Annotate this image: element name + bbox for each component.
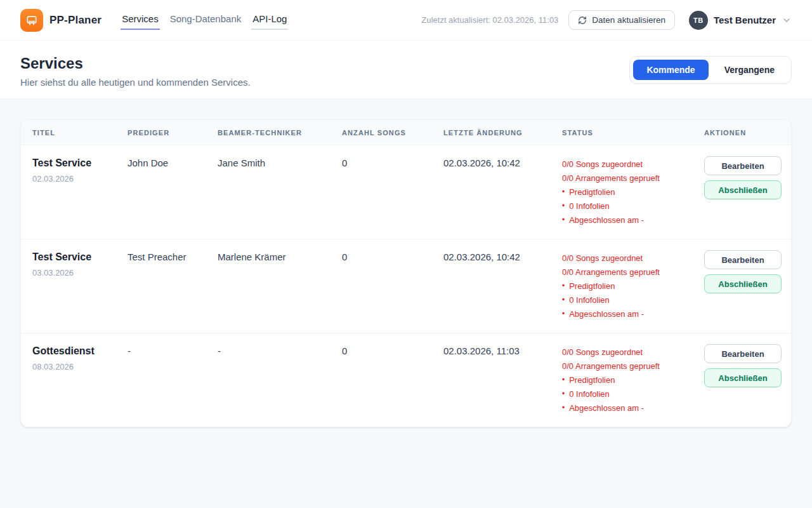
services-table-card: Titel Prediger Beamer-Techniker Anzahl S… (20, 119, 792, 427)
status-item: 0 Infofolien (562, 387, 698, 401)
abschliessen-button[interactable]: Abschließen (704, 368, 782, 387)
column-header-titel: Titel (21, 129, 128, 137)
top-bar-right: Zuletzt aktualisiert: 02.03.2026, 11:03 … (422, 10, 792, 30)
page-title: Services (20, 55, 251, 72)
service-date: 02.03.2026 (32, 174, 121, 184)
refresh-icon (578, 16, 587, 25)
app-logo (20, 9, 43, 32)
app-title: PP-Planer (49, 14, 102, 27)
status-cell: 0/0 Songs zugeordnet 0/0 Arrangements ge… (562, 333, 704, 427)
status-item: Abgeschlossen am - (562, 307, 698, 321)
filter-toggle-group: Kommende Vergangene (629, 56, 792, 84)
table-header-row: Titel Prediger Beamer-Techniker Anzahl S… (21, 120, 791, 145)
main-nav: Services Song-Datenbank API-Log (121, 11, 288, 30)
status-item: Predigtfolien (562, 185, 698, 199)
anzahl-songs-cell: 0 (342, 333, 443, 427)
column-header-anzahl-songs: Anzahl Songs (342, 129, 443, 137)
letzte-aenderung-cell: 02.03.2026, 10:42 (443, 239, 562, 333)
service-date: 03.03.2026 (32, 268, 121, 277)
nav-item-song-datenbank[interactable]: Song-Datenbank (169, 11, 243, 30)
titel-cell: Test Service 02.03.2026 (21, 145, 128, 239)
column-header-status: Status (562, 129, 704, 137)
column-header-beamer-techniker: Beamer-Techniker (218, 129, 342, 137)
aktionen-cell: Bearbeiten Abschließen (704, 333, 791, 427)
prediger-cell: Test Preacher (128, 239, 218, 333)
presentation-screen-icon (25, 14, 38, 27)
bearbeiten-button[interactable]: Bearbeiten (704, 250, 782, 269)
anzahl-songs-cell: 0 (342, 239, 443, 333)
status-item: Abgeschlossen am - (562, 213, 698, 227)
page-head-text: Services Hier siehst du alle heutigen un… (20, 53, 251, 88)
main-content: Titel Prediger Beamer-Techniker Anzahl S… (0, 99, 812, 448)
service-date: 08.03.2026 (32, 362, 121, 371)
status-songs: 0/0 Songs zugeordnet (562, 251, 698, 265)
aktionen-cell: Bearbeiten Abschließen (704, 145, 791, 239)
nav-item-api-log[interactable]: API-Log (251, 11, 288, 30)
titel-cell: Test Service 03.03.2026 (21, 239, 128, 333)
last-updated-label: Zuletzt aktualisiert: 02.03.2026, 11:03 (422, 15, 559, 25)
beamer-techniker-cell: Jane Smith (218, 145, 342, 239)
status-arrangements: 0/0 Arrangements geprueft (562, 265, 698, 279)
top-bar: PP-Planer Services Song-Datenbank API-Lo… (0, 0, 812, 41)
brand: PP-Planer (20, 9, 102, 32)
anzahl-songs-cell: 0 (342, 145, 443, 239)
status-arrangements: 0/0 Arrangements geprueft (562, 359, 698, 373)
service-title: Gottesdienst (32, 345, 121, 357)
status-item: Abgeschlossen am - (562, 401, 698, 415)
table-row: Test Service 02.03.2026 John Doe Jane Sm… (21, 145, 791, 239)
bearbeiten-button[interactable]: Bearbeiten (704, 344, 782, 363)
status-cell: 0/0 Songs zugeordnet 0/0 Arrangements ge… (562, 145, 704, 239)
chevron-down-icon (782, 15, 792, 25)
service-title: Test Service (32, 251, 121, 263)
letzte-aenderung-cell: 02.03.2026, 10:42 (443, 145, 562, 239)
status-item: Predigtfolien (562, 373, 698, 387)
table-row: Test Service 03.03.2026 Test Preacher Ma… (21, 239, 791, 333)
page-subtitle: Hier siehst du alle heutigen und kommend… (20, 77, 251, 88)
tab-vergangene[interactable]: Vergangene (711, 60, 788, 80)
status-item: Predigtfolien (562, 279, 698, 293)
status-cell: 0/0 Songs zugeordnet 0/0 Arrangements ge… (562, 239, 704, 333)
status-item: 0 Infofolien (562, 293, 698, 307)
refresh-button-label: Daten aktualisieren (592, 15, 665, 25)
abschliessen-button[interactable]: Abschließen (704, 180, 782, 199)
abschliessen-button[interactable]: Abschließen (704, 274, 782, 293)
status-arrangements: 0/0 Arrangements geprueft (562, 171, 698, 185)
beamer-techniker-cell: - (218, 333, 342, 427)
beamer-techniker-cell: Marlene Krämer (218, 239, 342, 333)
column-header-aktionen: Aktionen (704, 129, 791, 137)
column-header-letzte-aenderung: Letzte Änderung (443, 129, 562, 137)
user-name: Test Benutzer (714, 15, 776, 25)
prediger-cell: - (128, 333, 218, 427)
refresh-data-button[interactable]: Daten aktualisieren (568, 10, 675, 30)
avatar: TB (689, 11, 708, 30)
aktionen-cell: Bearbeiten Abschließen (704, 239, 791, 333)
table-row: Gottesdienst 08.03.2026 - - 0 02.03.2026… (21, 333, 791, 427)
nav-item-services[interactable]: Services (121, 11, 160, 30)
status-item: 0 Infofolien (562, 199, 698, 213)
status-songs: 0/0 Songs zugeordnet (562, 157, 698, 171)
tab-kommende[interactable]: Kommende (633, 60, 708, 80)
titel-cell: Gottesdienst 08.03.2026 (21, 333, 128, 427)
prediger-cell: John Doe (128, 145, 218, 239)
bearbeiten-button[interactable]: Bearbeiten (704, 156, 782, 175)
letzte-aenderung-cell: 02.03.2026, 11:03 (443, 333, 562, 427)
user-menu[interactable]: TB Test Benutzer (689, 11, 792, 30)
column-header-prediger: Prediger (128, 129, 218, 137)
service-title: Test Service (32, 157, 121, 169)
page-head: Services Hier siehst du alle heutigen un… (0, 41, 812, 99)
status-songs: 0/0 Songs zugeordnet (562, 345, 698, 359)
